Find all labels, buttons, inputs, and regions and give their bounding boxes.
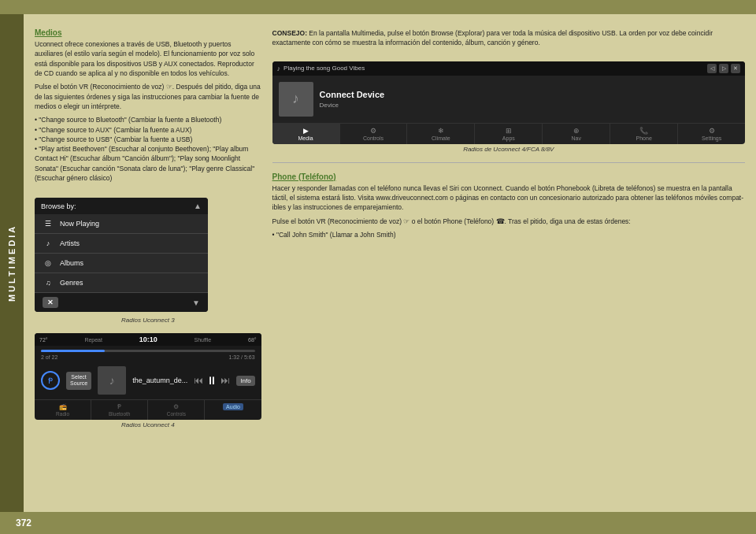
browse-arrow-down-icon[interactable]: ▼ — [192, 299, 200, 307]
np-info: Connect Device Device — [320, 90, 739, 109]
page-number: 372 — [16, 517, 32, 528]
divider — [272, 162, 745, 163]
pb-screen: 72° Repeat 10:10 Shuffle 68° — [35, 333, 261, 420]
sidebar: MULTIMEDIA — [0, 14, 24, 512]
list-icon: ☰ — [43, 220, 54, 228]
audio-badge: Audio — [223, 403, 243, 410]
np-bottom-tabs: ▶ Media ⚙ Controls ❄ Climate — [272, 123, 745, 144]
pb-shuffle-label: Shuffle — [195, 337, 212, 343]
np-album-art: ♪ — [279, 82, 313, 117]
phone-section: Phone (Teléfono) Hacer y responder llama… — [272, 172, 745, 244]
browse-header-text: Browse by: — [41, 202, 76, 210]
sidebar-label: MULTIMEDIA — [7, 224, 17, 302]
prev-button[interactable]: ⏮ — [194, 375, 203, 386]
pb-tab-radio-label: Radio — [56, 411, 69, 417]
pb-tab-radio[interactable]: 📻 Radio — [35, 400, 91, 420]
climate-tab-icon: ❄ — [409, 127, 472, 135]
phone-heading: Phone (Teléfono) — [272, 172, 745, 181]
np-nav-icons: ◁ ▷ ✕ — [707, 64, 740, 73]
browse-panel-container: Browse by: ▲ ☰ Now Playing ♪ Artists — [35, 193, 261, 324]
np-tab-apps[interactable]: ⊞ Apps — [475, 124, 543, 144]
browse-item-artists[interactable]: ♪ Artists — [35, 234, 208, 254]
next-button[interactable]: ⏭ — [220, 375, 230, 386]
pb-header: 72° Repeat 10:10 Shuffle 68° — [35, 333, 261, 346]
pb-track-count: 2 of 22 — [41, 354, 57, 360]
browse-artists-label: Artists — [60, 239, 80, 247]
genres-icon: ♫ — [43, 279, 54, 287]
pb-left-temp: 72° — [39, 337, 48, 343]
bt-tab-icon: Ᵽ — [117, 403, 121, 410]
pb-tab-controls-label: Controls — [167, 411, 186, 417]
browse-header: Browse by: ▲ — [35, 198, 208, 214]
np-tab-settings[interactable]: ⚙ Settings — [678, 124, 745, 144]
pause-button[interactable]: ⏸ — [206, 374, 217, 387]
browse-item-nowplaying[interactable]: ☰ Now Playing — [35, 214, 208, 234]
medios-para3: • "Change source to Bluetooth" (Cambiar … — [35, 115, 261, 183]
pb-tab-bluetooth[interactable]: Ᵽ Bluetooth — [91, 400, 148, 420]
bottom-bar: 372 — [0, 512, 756, 534]
disc-icon: ◎ — [43, 259, 54, 267]
pb-tab-controls[interactable]: ⚙ Controls — [148, 400, 205, 420]
np-connect-text: Connect Device — [320, 90, 739, 99]
right-column: CONSEJO: En la pantalla Multimedia, puls… — [272, 28, 745, 504]
info-button[interactable]: Info — [236, 376, 254, 386]
pb-track-info: the_autumn_de... — [132, 376, 187, 384]
pb-screen-container: 72° Repeat 10:10 Shuffle 68° — [35, 330, 261, 428]
phone-tab-icon: 📞 — [612, 127, 676, 135]
browse-item-albums[interactable]: ◎ Albums — [35, 254, 208, 273]
np-tab-nav[interactable]: ⊕ Nav — [543, 124, 610, 144]
np-caption: Radios de Uconnect 4/FCA 8/8V — [272, 146, 745, 153]
np-screen: ♪ Playing the song Good Vibes ◁ ▷ ✕ ♪ — [272, 61, 745, 144]
medios-para1: Uconnect ofrece conexiones a través de U… — [35, 39, 261, 78]
pb-tab-audio[interactable]: Audio — [205, 400, 261, 420]
nav-icon-3[interactable]: ✕ — [731, 64, 740, 73]
nav-icon-1[interactable]: ◁ — [707, 64, 717, 73]
pb-meta-info: 2 of 22 1:32 / 5:63 — [41, 354, 255, 360]
pb-album-art: ♪ — [98, 366, 126, 395]
apps-tab-icon: ⊞ — [476, 127, 540, 135]
phone-para3: • "Call John Smith" (Llamar a John Smith… — [272, 230, 745, 239]
browse-arrow-up-icon[interactable]: ▲ — [194, 202, 202, 210]
phone-para1: Hacer y responder llamadas con el teléfo… — [272, 184, 745, 213]
pb-progress-bar[interactable] — [41, 350, 255, 352]
pb-progress-area: 2 of 22 1:32 / 5:63 — [35, 346, 261, 362]
np-screen-container: ♪ Playing the song Good Vibes ◁ ▷ ✕ ♪ — [272, 58, 745, 153]
browse-albums-label: Albums — [60, 259, 83, 267]
browse-item-genres[interactable]: ♫ Genres — [35, 273, 208, 293]
np-tab-media[interactable]: ▶ Media — [272, 124, 340, 144]
pb-bottom-tabs: 📻 Radio Ᵽ Bluetooth ⚙ Controls — [35, 399, 261, 420]
radio-icon: 📻 — [59, 403, 67, 410]
pb-playback-controls: ⏮ ⏸ ⏭ — [194, 374, 230, 387]
browse-now-playing-label: Now Playing — [60, 220, 99, 228]
np-device-sub: Device — [320, 102, 739, 109]
source-select-button[interactable]: SelectSource — [66, 372, 91, 390]
pb-right-temp: 68° — [248, 337, 257, 343]
top-bar — [0, 0, 756, 14]
nav-icon-2[interactable]: ▷ — [719, 64, 728, 73]
settings-tab-icon: ⚙ — [680, 127, 743, 135]
np-tab-climate[interactable]: ❄ Climate — [407, 124, 475, 144]
medios-para2: Pulse el botón VR (Reconocimiento de voz… — [35, 82, 261, 111]
np-body: ♪ Connect Device Device — [272, 76, 745, 123]
pb-track-name: the_autumn_de... — [132, 376, 187, 384]
pb-time-elapsed: 1:32 / 5:63 — [229, 354, 255, 360]
browse-panel: Browse by: ▲ ☰ Now Playing ♪ Artists — [35, 198, 208, 312]
pb-tab-bluetooth-label: Bluetooth — [109, 411, 130, 417]
media-tab-icon: ▶ — [274, 127, 338, 135]
np-tab-controls[interactable]: ⚙ Controls — [340, 124, 408, 144]
pb-repeat-label: Repeat — [84, 337, 102, 343]
np-title-text: Playing the song Good Vibes — [284, 65, 704, 72]
browse-close-button[interactable]: ✕ — [43, 297, 58, 308]
nav-tab-icon: ⊕ — [544, 127, 608, 135]
pb-caption: Radios Uconnect 4 — [35, 421, 261, 428]
phone-para2: Pulse el botón VR (Reconocimiento de voz… — [272, 217, 745, 226]
browse-genres-label: Genres — [60, 279, 83, 287]
content-body: Medios Uconnect ofrece conexiones a trav… — [24, 14, 756, 512]
pb-source-select: SelectSource — [66, 372, 91, 390]
np-tab-phone[interactable]: 📞 Phone — [610, 124, 678, 144]
music-note-icon: ♪ — [277, 65, 281, 72]
browse-caption: Radios Uconnect 3 — [35, 317, 261, 324]
pb-time: 10:10 — [139, 336, 158, 343]
left-column: Medios Uconnect ofrece conexiones a trav… — [35, 28, 261, 504]
page-wrapper: MULTIMEDIA Medios Uconnect ofrece conexi… — [0, 0, 756, 534]
